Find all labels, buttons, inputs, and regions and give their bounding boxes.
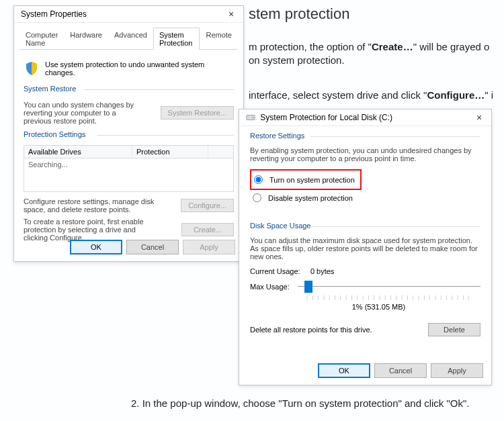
text: " will be grayed o <box>413 41 490 52</box>
tab-strip: Computer Name Hardware Advanced System P… <box>19 27 238 50</box>
configure-button[interactable]: Configure... <box>181 199 234 212</box>
cancel-button[interactable]: Cancel <box>126 240 179 254</box>
tab-computer-name[interactable]: Computer Name <box>19 28 64 50</box>
ok-button[interactable]: OK <box>318 363 370 378</box>
text: " i <box>485 89 493 101</box>
slider-ticks: | | | | | | | | | | | | | | | | | | | | … <box>306 294 480 300</box>
disk-usage-description: You can adjust the maximum disk space us… <box>250 236 480 261</box>
drive-table[interactable]: Available Drives Protection Searching... <box>24 145 234 192</box>
radio-label: Disable system protection <box>268 194 353 202</box>
highlight-box: Turn on system protection <box>250 169 362 190</box>
shield-icon <box>24 60 40 77</box>
close-icon[interactable]: × <box>471 112 487 123</box>
article-heading: stem protection <box>249 5 349 23</box>
slider-thumb[interactable] <box>304 281 312 293</box>
article-paragraph-2: interface, select system drive and click… <box>249 89 493 101</box>
delete-button[interactable]: Delete <box>428 323 480 336</box>
group-restore-settings: Restore Settings <box>250 132 480 140</box>
apply-button[interactable]: Apply <box>431 363 483 378</box>
apply-button[interactable]: Apply <box>183 240 235 254</box>
current-usage-value: 0 bytes <box>310 267 334 275</box>
text: m protection, the option of " <box>249 41 372 52</box>
ok-button[interactable]: OK <box>70 240 122 254</box>
radio-turn-on[interactable]: Turn on system protection <box>253 175 356 185</box>
create-description: To create a restore point, first enable … <box>24 218 158 242</box>
group-disk-space-usage: Disk Space Usage <box>250 222 480 230</box>
group-protection-settings: Protection Settings <box>24 130 234 138</box>
max-usage-label: Max Usage: <box>250 283 290 291</box>
max-usage-slider[interactable] <box>298 281 480 293</box>
disk-icon <box>246 113 255 122</box>
close-icon[interactable]: × <box>223 9 239 19</box>
system-restore-button[interactable]: System Restore... <box>161 106 234 120</box>
system-properties-window: System Properties × Computer Name Hardwa… <box>13 5 244 262</box>
text-bold-configure: Configure… <box>427 89 485 101</box>
article-paragraph-1: m protection, the option of "Create…" wi… <box>249 40 489 68</box>
window-title: System Protection for Local Disk (C:) <box>260 113 392 122</box>
table-row: Searching... <box>24 158 233 171</box>
system-protection-local-disk-window: System Protection for Local Disk (C:) × … <box>239 109 492 385</box>
window-title: System Properties <box>21 9 87 19</box>
group-system-restore: System Restore <box>24 85 234 93</box>
usage-percent: 1% (531.05 MB) <box>277 303 480 311</box>
radio-disable[interactable]: Disable system protection <box>251 193 480 203</box>
current-usage-label: Current Usage: <box>250 267 300 275</box>
article-step-2: 2. In the pop-up window, choose "Turn on… <box>131 397 470 409</box>
radio-input-on[interactable] <box>254 175 263 184</box>
tab-remote[interactable]: Remote <box>200 28 238 50</box>
text: interface, select system drive and click… <box>249 89 427 101</box>
create-button[interactable]: Create... <box>181 223 234 236</box>
cancel-button[interactable]: Cancel <box>374 363 427 378</box>
column-drives: Available Drives <box>24 146 132 158</box>
radio-label: Turn on system protection <box>269 176 355 184</box>
configure-description: Configure restore settings, manage disk … <box>24 197 158 214</box>
titlebar[interactable]: System Properties × <box>14 6 243 23</box>
restore-settings-description: By enabling system protection, you can u… <box>250 146 480 162</box>
text: on system protection. <box>249 54 345 66</box>
text-bold-create: Create… <box>372 41 413 52</box>
intro-text: Use system protection to undo unwanted s… <box>45 60 234 77</box>
radio-input-off[interactable] <box>253 193 261 202</box>
svg-point-1 <box>253 118 254 119</box>
delete-description: Delete all restore points for this drive… <box>250 326 372 334</box>
titlebar[interactable]: System Protection for Local Disk (C:) × <box>239 109 491 126</box>
tab-hardware[interactable]: Hardware <box>64 28 108 50</box>
tab-system-protection[interactable]: System Protection <box>153 28 200 50</box>
column-protection: Protection <box>132 146 208 158</box>
tab-advanced[interactable]: Advanced <box>108 28 153 50</box>
restore-description: You can undo system changes by reverting… <box>24 101 141 125</box>
